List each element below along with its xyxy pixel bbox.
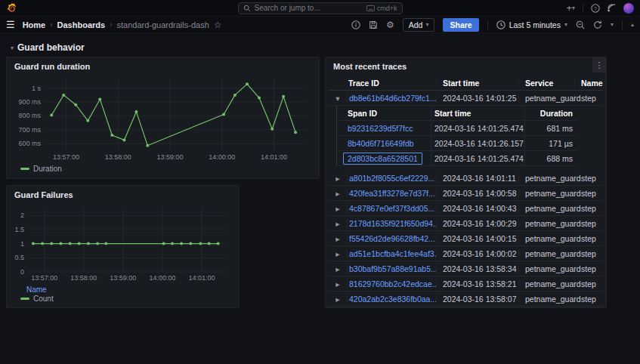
zoom-out-icon[interactable] xyxy=(576,20,585,29)
expand-row-icon[interactable]: ▸ xyxy=(329,204,347,213)
trace-id-link[interactable]: a801b2f8055c6ef2229... xyxy=(349,174,434,183)
svg-text:900 ms: 900 ms xyxy=(18,98,41,106)
traces-header-row: Trace ID Start time Service Name xyxy=(329,76,603,91)
trace-row[interactable]: ▸b30baf9b57a88e91ab5...2024-03-16 13:58:… xyxy=(329,261,603,276)
trace-id-link[interactable]: 420fea31ff3278e7d37f... xyxy=(349,189,435,198)
trace-id-link[interactable]: 81629760bb2c42edcae... xyxy=(349,279,436,288)
start-time-cell: 2024-03-16 13:58:34 xyxy=(436,264,518,273)
settings-gear-icon[interactable]: ⚙ xyxy=(386,20,394,30)
trace-id-link[interactable]: 420a2ab2c3e836fb0aa... xyxy=(349,295,436,304)
traces-table-body: ▾db8e61b64d6cb279fc1...2024-03-16 14:01:… xyxy=(329,91,603,307)
expand-row-icon[interactable]: ▸ xyxy=(329,295,347,304)
trace-row[interactable]: ▸f55426d2de96628fb42...2024-03-16 14:00:… xyxy=(329,231,603,246)
panel-most-recent-traces[interactable]: ⋮ Most recent traces Trace ID Start time… xyxy=(325,57,607,308)
grafana-logo[interactable] xyxy=(6,2,17,14)
span-row[interactable]: 2d803bc8a65285012024-03-16 14:01:25.4746… xyxy=(339,151,577,166)
expand-row-icon[interactable]: ▸ xyxy=(329,189,347,198)
col-span-duration[interactable]: Duration xyxy=(524,106,577,120)
search-input[interactable]: Search or jump to... cmd+k xyxy=(238,2,403,14)
start-time-cell: 2024-03-16 13:58:07 xyxy=(436,295,518,304)
expand-row-icon[interactable]: ▸ xyxy=(329,219,347,228)
span-row[interactable]: 8b40d6f716649fdb2024-03-16 14:01:26.1571… xyxy=(339,136,577,151)
help-icon[interactable]: ? xyxy=(591,4,600,13)
expand-row-icon[interactable]: ▸ xyxy=(329,174,347,183)
search-placeholder: Search or jump to... xyxy=(255,4,363,12)
span-id-link[interactable]: b92316239d5f7fcc xyxy=(348,124,413,133)
trace-id-link[interactable]: db8e61b64d6cb279fc1... xyxy=(349,94,436,103)
expand-row-icon[interactable]: ▸ xyxy=(329,264,347,273)
span-row[interactable]: b92316239d5f7fcc2024-03-16 14:01:25.4746… xyxy=(339,121,577,136)
breadcrumb-home[interactable]: Home xyxy=(23,20,46,29)
trace-id-link[interactable]: ad51e1bcfba4c1fee4af3... xyxy=(349,249,436,258)
trace-id-link[interactable]: f55426d2de96628fb42... xyxy=(349,234,435,243)
search-icon xyxy=(243,5,251,12)
trace-row[interactable]: ▸ad51e1bcfba4c1fee4af3...2024-03-16 14:0… xyxy=(329,246,603,261)
trace-row[interactable]: ▸2178d1635f921f650d94...2024-03-16 14:00… xyxy=(329,216,603,231)
col-span-id[interactable]: Span ID xyxy=(339,109,431,118)
service-cell: petname_guard xyxy=(518,219,574,228)
dashboard-toolbar: ☰ Home › Dashboards › standard-guardrail… xyxy=(0,17,640,33)
refresh-interval-dropdown[interactable]: ▾ xyxy=(611,21,614,28)
name-cell: step xyxy=(574,279,603,288)
menu-icon[interactable]: ☰ xyxy=(6,19,15,30)
legend-label-count[interactable]: Count xyxy=(33,295,54,303)
refresh-icon[interactable] xyxy=(593,20,602,29)
breadcrumb-dashboards[interactable]: Dashboards xyxy=(57,20,106,29)
add-new-icon[interactable]: +▾ xyxy=(566,2,575,14)
share-button[interactable]: Share xyxy=(443,18,478,32)
start-time-cell: 2024-03-16 14:00:29 xyxy=(436,219,518,228)
expand-row-icon[interactable]: ▸ xyxy=(329,249,347,258)
span-id-link[interactable]: 2d803bc8a6528501 xyxy=(343,153,422,165)
trace-id-link[interactable]: b30baf9b57a88e91ab5... xyxy=(349,264,436,273)
legend-label-duration[interactable]: Duration xyxy=(33,165,62,173)
failures-chart: 00.511.5213:57:0013:58:0013:59:0014:00:0… xyxy=(7,201,239,285)
user-avatar[interactable] xyxy=(623,3,634,14)
expand-row-icon[interactable]: ▸ xyxy=(329,234,347,243)
news-icon[interactable] xyxy=(608,4,616,12)
expand-row-icon[interactable]: ▸ xyxy=(329,279,347,288)
svg-text:2: 2 xyxy=(20,211,24,219)
trace-row[interactable]: ▾db8e61b64d6cb279fc1...2024-03-16 14:01:… xyxy=(329,91,603,106)
panel-guard-run-duration[interactable]: Guard run duration 600 ms700 ms800 ms900… xyxy=(6,57,320,179)
breadcrumb-current[interactable]: standard-guardrails-dash xyxy=(116,20,209,29)
save-icon[interactable] xyxy=(369,20,378,29)
start-time-cell: 2024-03-16 14:01:25 xyxy=(436,94,518,103)
dashboard-insights-icon[interactable] xyxy=(351,20,360,29)
service-cell: petname_guard xyxy=(518,189,574,198)
svg-text:14:00:00: 14:00:00 xyxy=(209,153,235,161)
trace-id-link[interactable]: 2178d1635f921f650d94... xyxy=(349,219,436,228)
service-cell: petname_guard xyxy=(518,264,574,273)
service-cell: petname_guard xyxy=(518,249,574,258)
row-guard-behavior[interactable]: ▾ Guard behavior xyxy=(11,42,85,53)
trace-row[interactable]: ▸a801b2f8055c6ef2229...2024-03-16 14:01:… xyxy=(329,171,603,186)
add-button[interactable]: Add▾ xyxy=(403,18,435,32)
svg-text:13:57:00: 13:57:00 xyxy=(53,153,79,161)
trace-row[interactable]: ▸420a2ab2c3e836fb0aa...2024-03-16 13:58:… xyxy=(329,292,603,307)
span-id-link[interactable]: 8b40d6f716649fdb xyxy=(348,139,414,148)
trace-row[interactable]: ▸4c87867e0ef37f3dd05...2024-03-16 14:00:… xyxy=(329,201,603,216)
chevron-down-icon: ▾ xyxy=(11,45,14,51)
time-range-picker[interactable]: Last 5 minutes ▾ xyxy=(496,20,567,29)
svg-text:700 ms: 700 ms xyxy=(18,126,41,134)
span-id-cell: 2d803bc8a6528501 xyxy=(339,154,431,163)
favorite-star-icon[interactable]: ☆ xyxy=(214,20,222,30)
panel-guard-failures[interactable]: Guard Failures 00.511.5213:57:0013:58:00… xyxy=(6,185,240,308)
col-name[interactable]: Name xyxy=(574,79,603,88)
span-duration-cell: 688 ms xyxy=(524,151,577,165)
col-trace-id[interactable]: Trace ID xyxy=(347,79,436,88)
trace-id-link[interactable]: 4c87867e0ef37f3dd05... xyxy=(349,204,434,213)
trace-row[interactable]: ▸420fea31ff3278e7d37f...2024-03-16 14:00… xyxy=(329,186,603,201)
col-span-start-time[interactable]: Start time xyxy=(431,106,524,120)
col-service[interactable]: Service xyxy=(518,79,574,88)
service-cell: petname_guard xyxy=(518,234,574,243)
xaxis-field-name[interactable]: Name xyxy=(7,285,239,295)
trace-row[interactable]: ▸81629760bb2c42edcae...2024-03-16 13:58:… xyxy=(329,276,603,292)
service-cell: petname_guard xyxy=(518,94,574,103)
svg-text:1.5: 1.5 xyxy=(14,226,24,233)
col-start-time[interactable]: Start time xyxy=(436,79,518,88)
collapse-row-icon[interactable]: ▾ xyxy=(329,94,347,103)
span-start-time-cell: 2024-03-16 14:01:25.474 xyxy=(431,151,524,165)
collapse-toolbar-icon[interactable]: ▴ xyxy=(631,21,634,28)
panel-menu-icon[interactable]: ⋮ xyxy=(592,57,606,72)
breadcrumb: Home › Dashboards › standard-guardrails-… xyxy=(23,20,222,30)
